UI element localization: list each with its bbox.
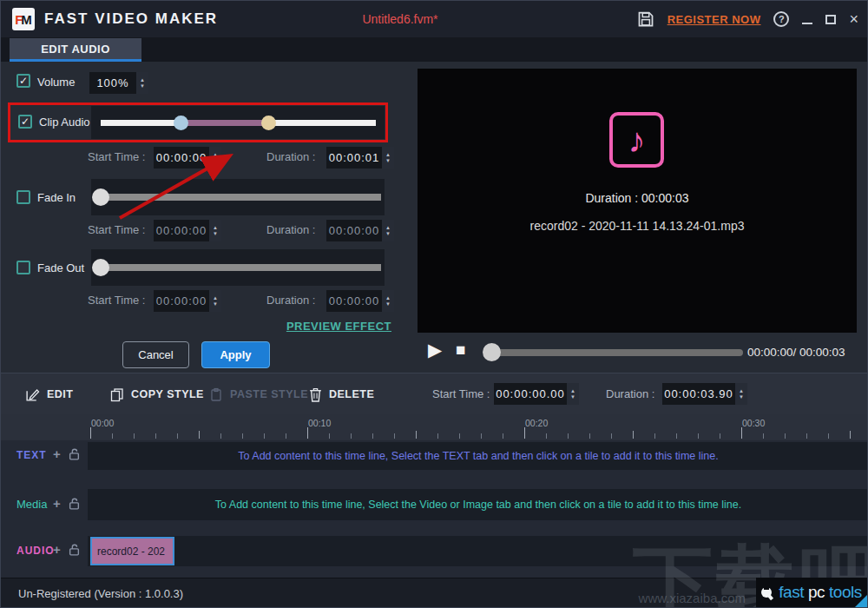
spin-up-icon[interactable]: ▲ <box>385 226 391 230</box>
minimize-button[interactable] <box>802 23 812 24</box>
fade-in-handle[interactable] <box>92 188 109 206</box>
add-text-icon[interactable]: + <box>53 448 61 460</box>
fade-out-duration-field[interactable]: 00:00:00 <box>326 290 382 312</box>
clip-slider-range <box>181 120 268 126</box>
spin-down-icon[interactable]: ▼ <box>739 395 744 400</box>
ruler-ticks <box>90 427 860 439</box>
fade-out-start-spinner[interactable]: ▲▼ <box>209 290 221 312</box>
spin-up-icon[interactable]: ▲ <box>739 389 744 393</box>
wrench-icon <box>761 585 774 599</box>
clip-slider-track[interactable] <box>101 120 376 126</box>
spin-up-icon[interactable]: ▲ <box>385 296 391 301</box>
fade-in-checkbox[interactable]: ✓ <box>16 190 30 204</box>
play-button[interactable]: ▶ <box>428 340 442 360</box>
stop-button[interactable]: ■ <box>456 340 465 360</box>
fade-out-track[interactable] <box>101 264 381 271</box>
clip-duration-field[interactable]: 00:00:01 <box>326 147 382 169</box>
app-window: FM FAST VIDEO MAKER Untitled6.fvm* REGIS… <box>0 0 868 608</box>
registration-status: Un-Registered (Version : 1.0.0.3) <box>18 587 183 600</box>
fade-out-label: Fade Out <box>37 261 84 274</box>
clip-end-handle[interactable] <box>261 116 276 130</box>
duration-label: Duration : <box>266 223 315 236</box>
document-title: Untitled6.fvm* <box>362 12 437 26</box>
logo-letter-m: M <box>21 12 32 27</box>
volume-checkbox[interactable]: ✓ <box>16 74 30 88</box>
toolbar-duration-spinner[interactable]: ▲▼ <box>735 383 747 405</box>
text-track-tools: + <box>53 448 80 460</box>
maximize-button[interactable] <box>825 15 836 24</box>
copy-style-label: COPY STYLE <box>131 388 204 400</box>
fade-in-duration-field[interactable]: 00:00:00 <box>326 220 382 241</box>
audio-clip[interactable]: record02 - 202 <box>90 537 174 565</box>
spin-down-icon[interactable]: ▼ <box>570 395 575 400</box>
fade-out-start-field[interactable]: 00:00:00 <box>154 290 209 312</box>
toolbar-start-time-spinner[interactable]: ▲▼ <box>567 383 579 405</box>
lock-icon[interactable] <box>69 498 80 510</box>
spin-up-icon[interactable]: ▲ <box>140 78 145 83</box>
spin-up-icon[interactable]: ▲ <box>385 153 391 157</box>
clip-audio-checkbox[interactable]: ✓ <box>18 115 32 129</box>
fade-in-start-field[interactable]: 00:00:00 <box>154 220 209 241</box>
help-icon[interactable]: ? <box>773 11 789 27</box>
media-track-row[interactable]: To Add content to this time line, Select… <box>88 489 868 520</box>
fade-in-track[interactable] <box>101 194 381 201</box>
audio-track-tools: + <box>53 544 80 556</box>
timeline: 00:00 00:10 00:20 00:30 TEXT + To Add co… <box>1 414 868 578</box>
timeline-ruler[interactable]: 00:00 00:10 00:20 00:30 <box>1 414 868 440</box>
apply-button[interactable]: Apply <box>201 341 270 368</box>
close-button[interactable]: × <box>849 11 858 27</box>
toolbar-start-time-field[interactable]: 00:00:00.00 <box>494 383 567 405</box>
toolbar-duration-field[interactable]: 00:00:03.90 <box>662 383 735 405</box>
clip-start-spinner[interactable]: ▲▼ <box>209 147 221 169</box>
spin-down-icon[interactable]: ▼ <box>140 84 145 89</box>
register-now-link[interactable]: REGISTER NOW <box>667 13 761 26</box>
clip-start-time-field[interactable]: 00:00:00 <box>154 147 209 169</box>
fastpctools-logo: fastpctools <box>756 578 867 607</box>
spin-down-icon[interactable]: ▼ <box>385 159 391 163</box>
delete-button[interactable]: DELETE <box>309 373 374 415</box>
spin-down-icon[interactable]: ▼ <box>213 302 218 307</box>
spin-up-icon[interactable]: ▲ <box>213 153 218 157</box>
text-track-row[interactable]: To Add content to this time line, Select… <box>88 442 868 470</box>
fade-in-start-spinner[interactable]: ▲▼ <box>209 220 221 241</box>
save-icon[interactable] <box>637 10 654 28</box>
app-title: FAST VIDEO MAKER <box>44 10 218 28</box>
spin-up-icon[interactable]: ▲ <box>213 226 218 230</box>
spin-down-icon[interactable]: ▼ <box>385 232 391 236</box>
spin-up-icon[interactable]: ▲ <box>570 389 575 393</box>
add-audio-icon[interactable]: + <box>53 544 61 556</box>
paste-style-button[interactable]: PASTE STYLE <box>209 373 308 415</box>
spin-down-icon[interactable]: ▼ <box>213 159 218 163</box>
spin-up-icon[interactable]: ▲ <box>213 296 218 301</box>
clip-duration-spinner[interactable]: ▲▼ <box>382 147 394 169</box>
playback-handle[interactable] <box>483 343 501 361</box>
cancel-button[interactable]: Cancel <box>122 341 189 368</box>
volume-spinner[interactable]: ▲▼ <box>136 72 148 94</box>
tab-edit-audio[interactable]: EDIT AUDIO <box>10 38 141 62</box>
paste-icon <box>209 387 223 402</box>
music-note-glyph: ♪ <box>628 121 646 160</box>
clip-toolbar: EDIT COPY STYLE PASTE STYLE DELETE Start… <box>1 373 868 414</box>
spin-down-icon[interactable]: ▼ <box>385 302 391 307</box>
spin-down-icon[interactable]: ▼ <box>213 232 218 236</box>
playback-progress-bar[interactable] <box>483 349 743 356</box>
lock-icon[interactable] <box>69 448 80 460</box>
clip-start-handle[interactable] <box>174 116 188 130</box>
volume-label: Volume <box>37 76 75 89</box>
audio-track-row[interactable] <box>88 536 868 566</box>
preview-effect-link[interactable]: PREVIEW EFFECT <box>225 320 391 333</box>
titlebar-controls: REGISTER NOW ? × <box>637 1 858 37</box>
fade-out-checkbox[interactable]: ✓ <box>16 261 30 274</box>
add-media-icon[interactable]: + <box>53 498 61 510</box>
fade-out-handle[interactable] <box>92 259 109 276</box>
edit-button[interactable]: EDIT <box>25 373 73 415</box>
volume-value[interactable]: 100% <box>89 72 136 94</box>
logo-fast: fast <box>779 583 804 602</box>
start-time-label: Start Time : <box>88 223 145 236</box>
preview-duration-text: Duration : 00:00:03 <box>418 191 857 205</box>
fade-out-slider <box>91 249 385 286</box>
fade-in-duration-spinner[interactable]: ▲▼ <box>382 220 394 241</box>
copy-style-button[interactable]: COPY STYLE <box>110 373 204 415</box>
lock-icon[interactable] <box>69 544 80 556</box>
fade-out-duration-spinner[interactable]: ▲▼ <box>382 290 394 312</box>
